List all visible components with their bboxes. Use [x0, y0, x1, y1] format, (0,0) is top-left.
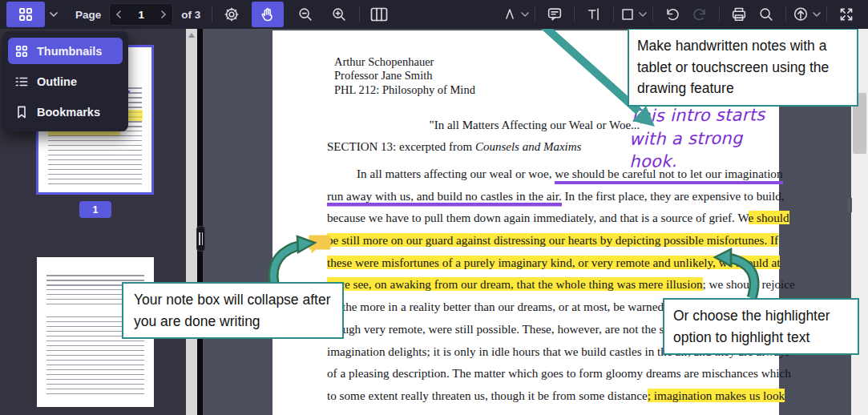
highlight-annotation: once see, on awaking from our dream, tha… — [327, 277, 703, 291]
divider — [719, 6, 720, 22]
page-previous-button[interactable] — [110, 10, 127, 19]
callout-highlighter: Or choose the highlighter option to high… — [663, 298, 859, 355]
export-button[interactable] — [792, 2, 821, 27]
zoom-in-button[interactable] — [325, 2, 353, 27]
handwriting-line: with a strong — [629, 127, 765, 151]
callout-note-box: Your note box will collapse after you ar… — [122, 282, 344, 339]
hand-pan-button[interactable] — [252, 2, 284, 27]
thumbnails-grid-icon — [18, 7, 33, 22]
section-work-title: Counsels and Maxims — [475, 140, 582, 153]
divider — [785, 6, 786, 22]
scroll-up-arrow-icon — [188, 33, 195, 38]
page-navigator: 1 — [109, 3, 173, 26]
shape-rectangle-button[interactable] — [620, 2, 647, 27]
hand-pan-icon — [260, 6, 276, 22]
divider — [613, 6, 614, 22]
document-text: In all matters affecting our weal or woe… — [357, 167, 555, 180]
settings-gear-icon — [223, 6, 240, 23]
divider — [359, 6, 360, 22]
chevron-down-icon — [639, 12, 647, 17]
thumbnails-panel-button[interactable] — [6, 2, 45, 27]
document-line: these were misfortunes of a purely imagi… — [327, 256, 795, 278]
document-line: be still more on our guard against distr… — [327, 233, 795, 256]
document-header: Arthur Schopenhauer Professor Jane Smith… — [334, 55, 475, 97]
toolbar-right-group — [502, 2, 860, 27]
pdf-viewer-app: Page 1 of 3 — [0, 0, 868, 415]
chevron-down-icon — [813, 12, 821, 17]
divider — [535, 6, 535, 22]
page-layout-button[interactable] — [365, 2, 393, 27]
comment-note-button[interactable] — [541, 2, 568, 27]
menu-item-thumbnails[interactable]: Thumbnails — [8, 38, 123, 64]
thumbnail-page-badge: 1 — [79, 201, 111, 218]
menu-item-label: Bookmarks — [37, 106, 100, 119]
shape-rectangle-icon — [620, 6, 636, 22]
callout-drawing-feature: Make handwritten notes with a tablet or … — [628, 28, 858, 107]
divider — [212, 6, 212, 22]
page-layout-columns-icon — [369, 6, 389, 22]
redo-icon — [691, 6, 709, 23]
menu-item-label: Thumbnails — [37, 45, 102, 58]
page-label: Page — [75, 9, 101, 21]
draw-pen-button[interactable] — [502, 2, 529, 27]
export-upload-icon — [792, 6, 809, 23]
toolbar-left-group: Page 1 of 3 — [0, 2, 393, 27]
page-number-input[interactable]: 1 — [127, 9, 155, 21]
page-next-button[interactable] — [155, 10, 172, 19]
author-line: Arthur Schopenhauer — [334, 55, 475, 69]
thumbnail-panel-scrollbar[interactable] — [186, 29, 197, 415]
author-line: PHL 212: Philosophy of Mind — [334, 83, 475, 97]
document-paragraph: In all matters affecting our weal or woe… — [327, 167, 795, 411]
undo-button[interactable] — [659, 2, 686, 27]
document-text: because we have to pull them down again … — [327, 211, 749, 224]
section-prefix: SECTION 13: excerpted from — [327, 140, 475, 153]
sticky-note-comment-icon[interactable] — [308, 234, 332, 260]
print-icon — [730, 6, 748, 23]
zoom-in-icon — [330, 6, 348, 23]
text-insert-button[interactable] — [580, 2, 608, 27]
draw-pen-icon — [502, 6, 518, 22]
menu-item-outline[interactable]: Outline — [8, 68, 123, 95]
document-line: of a pleasing description. The matter wh… — [327, 366, 795, 389]
thumbnails-grid-icon — [15, 45, 28, 58]
panel-splitter[interactable] — [197, 29, 203, 415]
divider — [652, 6, 653, 22]
toolbar: Page 1 of 3 — [0, 0, 868, 29]
fullscreen-expand-icon — [838, 6, 855, 23]
scrollbar-resize-grip[interactable] — [846, 196, 854, 214]
document-line: because we have to pull them down again … — [327, 211, 795, 233]
ink-underline-annotation: run away with us, and build no castles i… — [327, 189, 562, 207]
menu-item-label: Outline — [37, 75, 77, 88]
chevron-down-icon — [521, 12, 529, 17]
print-button[interactable] — [725, 2, 753, 27]
document-text: to some extent really threaten us, thoug… — [327, 389, 648, 402]
panel-menu-chevron[interactable] — [45, 2, 63, 27]
search-icon — [757, 6, 775, 23]
fullscreen-button[interactable] — [833, 2, 860, 27]
menu-item-bookmarks[interactable]: Bookmarks — [8, 99, 123, 125]
redo-button[interactable] — [686, 2, 713, 27]
chevron-right-icon — [160, 10, 167, 19]
highlight-annotation: ; imagination makes us look — [648, 389, 785, 402]
document-text: of a pleasing description. The matter wh… — [327, 366, 791, 380]
document-section-line: SECTION 13: excerpted from Counsels and … — [327, 140, 581, 154]
highlight-annotation: e should — [749, 211, 789, 224]
view-selector-menu: Thumbnails Outline Bookmarks — [2, 31, 128, 131]
divider — [574, 6, 575, 22]
handwriting-line: This intro starts — [629, 103, 765, 127]
zoom-out-button[interactable] — [292, 2, 319, 27]
page-total-label: of 3 — [181, 9, 200, 21]
comment-note-icon — [546, 6, 563, 23]
zoom-out-icon — [297, 6, 314, 23]
handwritten-ink-note[interactable]: This intro starts with a strong hook. — [629, 103, 765, 173]
chevron-down-icon — [50, 12, 58, 17]
highlight-annotation: these were misfortunes of a purely imagi… — [327, 256, 780, 269]
search-button[interactable] — [753, 2, 780, 27]
settings-button[interactable] — [218, 2, 245, 27]
document-text: ; we should rejoice — [703, 277, 795, 291]
document-text: In the first place, they are expensive t… — [562, 189, 785, 203]
handwriting-line: hook. — [629, 149, 765, 173]
panel-resize-grip[interactable] — [196, 226, 205, 252]
bookmark-icon — [15, 106, 28, 119]
document-line: to some extent really threaten us, thoug… — [327, 389, 795, 411]
